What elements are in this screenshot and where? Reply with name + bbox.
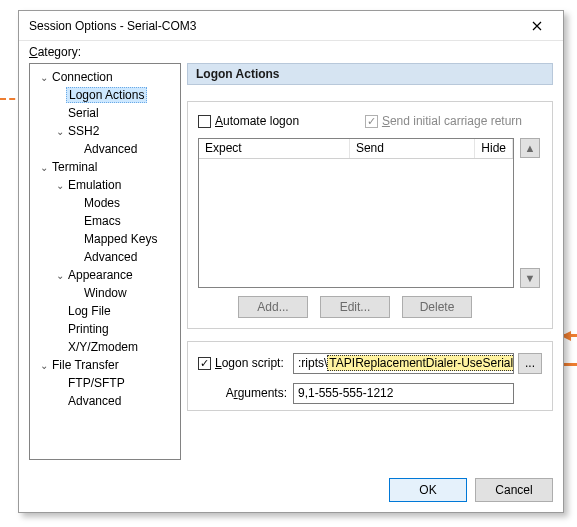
tree-node-label: Emulation — [66, 178, 123, 192]
tree-node-label: Advanced — [66, 394, 123, 408]
tree-node-ssh2[interactable]: ⌄SSH2 — [32, 122, 178, 140]
automate-group: Automate logon Send initial carriage ret… — [187, 101, 553, 329]
close-icon — [532, 21, 542, 31]
tree-node-terminal[interactable]: ⌄Terminal — [32, 158, 178, 176]
checkbox-icon — [365, 115, 378, 128]
delete-button[interactable]: Delete — [402, 296, 472, 318]
window-title: Session Options - Serial-COM3 — [29, 19, 196, 33]
tree-node-x-y-zmodem[interactable]: X/Y/Zmodem — [32, 338, 178, 356]
dialog-window: Session Options - Serial-COM3 Category: … — [18, 10, 564, 513]
cancel-button[interactable]: Cancel — [475, 478, 553, 502]
tree-node-appearance[interactable]: ⌄Appearance — [32, 266, 178, 284]
chevron-down-icon: ⌄ — [54, 126, 66, 137]
category-label: Category: — [29, 45, 553, 59]
tree-node-printing[interactable]: Printing — [32, 320, 178, 338]
tree-node-serial[interactable]: Serial — [32, 104, 178, 122]
expect-send-table[interactable]: Expect Send Hide — [198, 138, 514, 288]
tree-node-label: Advanced — [82, 250, 139, 264]
tree-node-label: File Transfer — [50, 358, 121, 372]
tree-node-label: Appearance — [66, 268, 135, 282]
logon-script-value-selected: TAPIReplacementDialer-UseSerial.vbs — [327, 355, 514, 371]
category-tree[interactable]: ⌄ConnectionLogon ActionsSerial⌄SSH2Advan… — [29, 63, 181, 460]
tree-node-mapped-keys[interactable]: Mapped Keys — [32, 230, 178, 248]
tree-node-advanced[interactable]: Advanced — [32, 392, 178, 410]
automate-logon-checkbox[interactable]: Automate logon — [198, 112, 299, 130]
checkbox-icon — [198, 115, 211, 128]
tree-node-ftp-sftp[interactable]: FTP/SFTP — [32, 374, 178, 392]
tree-node-logon-actions[interactable]: Logon Actions — [32, 86, 178, 104]
chevron-down-icon: ⌄ — [38, 72, 50, 83]
script-group: Logon script: :ripts\TAPIReplacementDial… — [187, 341, 553, 411]
tree-node-modes[interactable]: Modes — [32, 194, 178, 212]
dialog-buttons: OK Cancel — [389, 478, 553, 502]
tree-node-label: Window — [82, 286, 129, 300]
move-up-button[interactable]: ▲ — [520, 138, 540, 158]
tree-node-advanced[interactable]: Advanced — [32, 248, 178, 266]
tree-node-label: Terminal — [50, 160, 99, 174]
tree-node-label: Mapped Keys — [82, 232, 159, 246]
table-button-row: Add... Edit... Delete — [188, 296, 522, 318]
chevron-down-icon: ⌄ — [54, 180, 66, 191]
tree-node-advanced[interactable]: Advanced — [32, 140, 178, 158]
add-button[interactable]: Add... — [238, 296, 308, 318]
table-header: Expect Send Hide — [199, 139, 513, 159]
col-hide: Hide — [475, 139, 513, 158]
chevron-down-icon: ⌄ — [38, 162, 50, 173]
checkbox-icon — [198, 357, 211, 370]
tree-node-label: Advanced — [82, 142, 139, 156]
logon-script-label: Logon script: — [215, 356, 284, 370]
tree-node-file-transfer[interactable]: ⌄File Transfer — [32, 356, 178, 374]
tree-node-window[interactable]: Window — [32, 284, 178, 302]
tree-node-label: X/Y/Zmodem — [66, 340, 140, 354]
logon-script-input[interactable]: :ripts\TAPIReplacementDialer-UseSerial.v… — [293, 353, 514, 374]
section-header: Logon Actions — [187, 63, 553, 85]
col-send: Send — [350, 139, 475, 158]
tree-node-label: Connection — [50, 70, 115, 84]
logon-script-checkbox[interactable]: Logon script: — [198, 354, 284, 372]
send-initial-cr-checkbox: Send initial carriage return — [365, 112, 522, 130]
tree-node-log-file[interactable]: Log File — [32, 302, 178, 320]
chevron-down-icon: ⌄ — [38, 360, 50, 371]
tree-node-label: Modes — [82, 196, 122, 210]
tree-node-label: Printing — [66, 322, 111, 336]
automate-logon-label: Automate logon — [215, 114, 299, 128]
tree-node-label: Logon Actions — [66, 87, 147, 103]
logon-script-value-prefix: :ripts\ — [298, 356, 327, 370]
tree-node-emulation[interactable]: ⌄Emulation — [32, 176, 178, 194]
close-button[interactable] — [517, 12, 557, 40]
browse-button[interactable]: ... — [518, 353, 542, 374]
chevron-down-icon: ⌄ — [54, 270, 66, 281]
col-expect: Expect — [199, 139, 350, 158]
ok-button[interactable]: OK — [389, 478, 467, 502]
send-initial-cr-label: Send initial carriage return — [382, 114, 522, 128]
tree-node-label: FTP/SFTP — [66, 376, 127, 390]
reorder-buttons: ▲ ▼ — [520, 138, 540, 288]
section-title: Logon Actions — [196, 67, 280, 81]
move-down-button[interactable]: ▼ — [520, 268, 540, 288]
arguments-label: Arguments: — [226, 386, 287, 400]
tree-node-label: SSH2 — [66, 124, 101, 138]
tree-node-connection[interactable]: ⌄Connection — [32, 68, 178, 86]
titlebar: Session Options - Serial-COM3 — [19, 11, 563, 41]
arguments-input[interactable] — [293, 383, 514, 404]
tree-node-label: Log File — [66, 304, 113, 318]
tree-node-label: Serial — [66, 106, 101, 120]
callout-arrow-logon-right — [562, 334, 577, 337]
tree-node-emacs[interactable]: Emacs — [32, 212, 178, 230]
tree-node-label: Emacs — [82, 214, 123, 228]
edit-button[interactable]: Edit... — [320, 296, 390, 318]
right-pane: Logon Actions Automate logon Send initia… — [187, 63, 553, 460]
